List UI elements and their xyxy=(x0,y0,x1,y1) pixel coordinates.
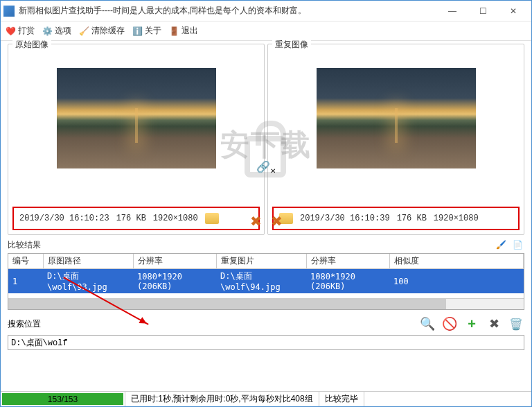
duplicate-datetime: 2019/3/30 16:10:39 xyxy=(300,214,390,223)
original-thumbnail[interactable] xyxy=(57,68,216,168)
link-icon[interactable]: 🔗✕ xyxy=(256,160,276,175)
timing-text: 已用时:1秒,预计剩余用时:0秒,平均每秒对比408组 xyxy=(125,392,319,406)
open-folder-left-icon[interactable] xyxy=(205,213,219,224)
col-dup[interactable]: 重复图片 xyxy=(216,254,306,269)
compare-results-label: 比较结果 xyxy=(8,239,41,251)
col-res1[interactable]: 分辨率 xyxy=(133,254,216,269)
delete-left-button[interactable]: ✖ xyxy=(247,213,264,230)
about-button[interactable]: ℹ️关于 xyxy=(132,25,161,37)
heart-icon: ❤️ xyxy=(5,26,16,37)
delete-right-button[interactable]: ✖ xyxy=(268,213,285,230)
donate-button[interactable]: ❤️打赏 xyxy=(5,25,35,37)
search-path-input[interactable] xyxy=(8,335,524,350)
col-id[interactable]: 编号 xyxy=(8,254,43,269)
original-size: 176 KB xyxy=(116,214,146,223)
toolbar: ❤️打赏 ⚙️选项 🧹清除缓存 ℹ️关于 🚪退出 xyxy=(1,21,531,41)
original-datetime: 2019/3/30 16:10:23 xyxy=(19,214,109,223)
progress-bar: 153/153 xyxy=(1,392,125,406)
original-panel: 原始图像 2019/3/30 16:10:23 176 KB 1920×1080 xyxy=(8,44,265,235)
duplicate-panel: 重复图像 2019/3/30 16:10:39 176 KB 1920×1080 xyxy=(267,44,524,235)
exit-icon: 🚪 xyxy=(168,26,179,37)
duplicate-dims: 1920×1080 xyxy=(434,214,479,223)
gear-icon: ⚙️ xyxy=(42,26,53,37)
maximize-button[interactable]: ☐ xyxy=(468,1,498,21)
stop-button[interactable]: 🚫 xyxy=(441,315,458,332)
col-res2[interactable]: 分辨率 xyxy=(306,254,389,269)
window-title: 新雨相似图片查找助手----时间是人最大的成本,同样也是每个人的资本和财富。 xyxy=(19,5,437,17)
exit-button[interactable]: 🚪退出 xyxy=(168,25,198,37)
search-location-label: 搜索位置 xyxy=(8,318,41,330)
close-button[interactable]: ✕ xyxy=(498,1,529,21)
remove-button[interactable]: ✖ xyxy=(486,315,502,332)
clear-cache-button[interactable]: 🧹清除缓存 xyxy=(78,25,125,37)
status-text: 比较完毕 xyxy=(319,392,364,406)
export-button[interactable]: 📄 xyxy=(511,238,524,252)
original-info-strip: 2019/3/30 16:10:23 176 KB 1920×1080 xyxy=(12,207,260,230)
broom-icon: 🧹 xyxy=(78,26,89,37)
original-panel-title: 原始图像 xyxy=(12,39,51,51)
horizontal-scrollbar[interactable] xyxy=(8,298,524,309)
app-icon xyxy=(3,6,15,17)
col-sim[interactable]: 相似度 xyxy=(389,254,524,269)
search-button[interactable]: 🔍 xyxy=(419,315,436,332)
brush-button[interactable]: 🖌️ xyxy=(494,238,508,252)
table-row[interactable]: 1 D:\桌面\wolf\93.jpg 1080*1920 (206KB) D:… xyxy=(8,269,524,294)
options-button[interactable]: ⚙️选项 xyxy=(42,25,71,37)
statusbar: 153/153 已用时:1秒,预计剩余用时:0秒,平均每秒对比408组 比较完毕 xyxy=(1,391,531,406)
results-table[interactable]: 编号 原图路径 分辨率 重复图片 分辨率 相似度 1 D:\桌面\wolf\93… xyxy=(8,253,524,310)
info-icon: ℹ️ xyxy=(132,26,143,37)
duplicate-thumbnail[interactable] xyxy=(317,68,476,168)
add-button[interactable]: + xyxy=(463,315,480,332)
progress-text: 153/153 xyxy=(1,392,125,406)
col-orig[interactable]: 原图路径 xyxy=(43,254,133,269)
titlebar: 新雨相似图片查找助手----时间是人最大的成本,同样也是每个人的资本和财富。 —… xyxy=(1,1,531,21)
original-dims: 1920×1080 xyxy=(153,214,198,223)
minimize-button[interactable]: — xyxy=(437,1,468,21)
duplicate-info-strip: 2019/3/30 16:10:39 176 KB 1920×1080 xyxy=(272,207,520,230)
duplicate-size: 176 KB xyxy=(397,214,427,223)
duplicate-panel-title: 重复图像 xyxy=(272,39,311,51)
clear-list-button[interactable]: 🗑️ xyxy=(508,315,524,332)
